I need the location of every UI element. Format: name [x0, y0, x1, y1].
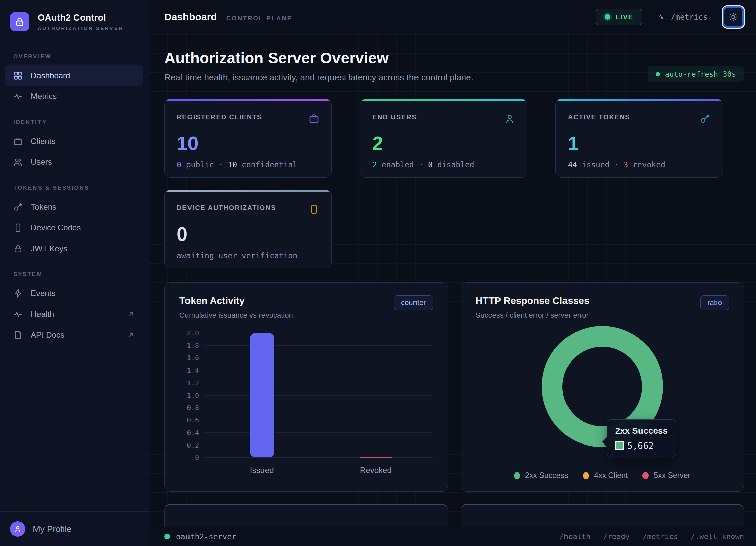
stat-label: DEVICE AUTHORIZATIONS [177, 204, 276, 212]
avatar [10, 521, 25, 537]
profile-item[interactable]: My Profile [0, 511, 148, 546]
file-icon [13, 330, 23, 340]
bar-revoked[interactable] [360, 457, 392, 458]
donut-chart: 2xx Success 5,662 [476, 322, 729, 467]
main-area: Dashboard CONTROL PLANE LIVE /metrics [148, 0, 756, 546]
legend-label: 2xx Success [525, 471, 568, 480]
theme-toggle-button[interactable] [723, 6, 744, 28]
donut-legend: 2xx Success 4xx Client 5xx Server [476, 471, 729, 480]
sidebar-item-tokens[interactable]: Tokens [5, 197, 143, 217]
endpoint-well-known[interactable]: /.well-known [691, 532, 744, 541]
sidebar-item-clients[interactable]: Clients [5, 131, 143, 152]
auto-refresh-badge: auto-refresh 30s [648, 66, 744, 82]
stat-value: 2 [372, 132, 515, 154]
user-icon [504, 113, 515, 124]
device-authorizations-card: DEVICE AUTHORIZATIONS 0 awaiting user ve… [164, 190, 332, 268]
user-icon [14, 525, 22, 533]
stat-value: 10 [177, 132, 319, 154]
zap-icon [13, 289, 23, 298]
stat-value: 1 [568, 132, 710, 154]
auto-refresh-label: auto-refresh 30s [665, 70, 736, 78]
stat-value: 0 [177, 223, 319, 245]
sidebar-item-device-codes[interactable]: Device Codes [5, 217, 143, 238]
brand-logo [10, 12, 29, 31]
partial-card-right [461, 504, 744, 527]
brand-title: OAuth2 Control [37, 13, 124, 23]
metrics-link-label: /metrics [671, 13, 708, 21]
chart-title: HTTP Response Classes [476, 295, 590, 306]
control-plane-label: CONTROL PLANE [226, 15, 292, 22]
legend-dot-icon [642, 472, 649, 479]
sidebar-item-label: Metrics [31, 92, 57, 101]
endpoint-ready[interactable]: /ready [603, 532, 630, 541]
sidebar-nav: OVERVIEW Dashboard Metrics IDENTITY [0, 43, 148, 511]
charts-grid: Token Activity Cumulative issuance vs re… [164, 282, 744, 492]
stat-label: END USERS [372, 113, 417, 121]
x-label-issued: Issued [205, 466, 319, 475]
sidebar-item-users[interactable]: Users [5, 152, 143, 173]
sidebar-item-label: Tokens [31, 202, 56, 212]
chart-subtitle: Cumulative issuance vs revocation [179, 311, 293, 320]
legend-item-5xx: 5xx Server [642, 471, 690, 480]
sidebar: OAuth2 Control AUTHORIZATION SERVER OVER… [0, 0, 148, 546]
key-icon [13, 202, 23, 212]
activity-icon [657, 13, 666, 21]
nav-section-tokens-sessions: TOKENS & SESSIONS [5, 185, 143, 191]
card-accent-bar [165, 99, 331, 101]
stat-sub: awaiting user verification [177, 251, 319, 260]
server-name: oauth2-server [176, 532, 236, 541]
stat-label: ACTIVE TOKENS [568, 113, 630, 121]
ratio-chip[interactable]: ratio [700, 295, 729, 310]
lock-icon [15, 17, 25, 27]
server-status-dot-icon [164, 534, 170, 539]
refresh-dot-icon [656, 72, 660, 76]
sidebar-item-label: Events [31, 289, 55, 298]
sidebar-item-health[interactable]: Health [5, 304, 143, 325]
external-link-icon [127, 311, 135, 318]
sidebar-item-jwt-keys[interactable]: JWT Keys [5, 238, 143, 259]
briefcase-icon [13, 137, 23, 146]
legend-label: 5xx Server [654, 471, 690, 480]
card-accent-bar [556, 99, 723, 101]
legend-dot-icon [583, 472, 589, 479]
legend-label: 4xx Client [594, 471, 628, 480]
tooltip-value: 5,662 [627, 441, 654, 451]
endpoint-health[interactable]: /health [559, 532, 591, 541]
http-response-classes-card: HTTP Response Classes Success / client e… [461, 282, 744, 492]
dashboard-content: Authorization Server Overview Real-time … [148, 34, 756, 527]
sidebar-item-events[interactable]: Events [5, 283, 143, 304]
card-accent-bar [360, 99, 527, 101]
endpoint-metrics[interactable]: /metrics [642, 532, 678, 541]
stat-sub: 44 issued · 3 revoked [568, 160, 710, 169]
sidebar-item-label: Dashboard [31, 71, 70, 80]
users-icon [13, 157, 23, 167]
sidebar-item-metrics[interactable]: Metrics [5, 86, 143, 107]
end-users-card: END USERS 2 2 enabled · 0 disabled [360, 99, 527, 178]
tooltip-title: 2xx Success [615, 426, 668, 436]
sidebar-item-api-docs[interactable]: API Docs [5, 325, 143, 345]
sidebar-item-dashboard[interactable]: Dashboard [5, 65, 143, 86]
bar-chart: 2.0 1.8 1.6 1.4 1.2 1.0 0.8 0.6 0.4 0.2 … [179, 333, 433, 458]
chart-tooltip: 2xx Success 5,662 [607, 419, 676, 458]
x-label-revoked: Revoked [319, 466, 433, 475]
sun-icon [728, 12, 738, 22]
smartphone-icon [309, 204, 319, 215]
chart-title: Token Activity [179, 295, 293, 306]
page-head: Authorization Server Overview Real-time … [164, 49, 744, 83]
registered-clients-card: REGISTERED CLIENTS 10 0 public · 10 conf… [164, 99, 332, 178]
bar-issued[interactable] [250, 333, 274, 457]
live-label: LIVE [616, 13, 633, 21]
nav-section-system: SYSTEM [5, 271, 143, 278]
counter-chip[interactable]: counter [394, 295, 433, 310]
status-bar: oauth2-server /health /ready /metrics /.… [148, 527, 756, 546]
nav-section-overview: OVERVIEW [5, 53, 143, 60]
smartphone-icon [13, 223, 23, 232]
metrics-link[interactable]: /metrics [657, 13, 708, 21]
plot-area [205, 333, 433, 458]
brand: OAuth2 Control AUTHORIZATION SERVER [0, 0, 148, 43]
key-icon [700, 113, 710, 124]
brand-subtitle: AUTHORIZATION SERVER [37, 25, 124, 31]
sidebar-item-label: JWT Keys [31, 244, 67, 253]
active-tokens-card: ACTIVE TOKENS 1 44 issued · 3 revoked [555, 99, 723, 178]
page-breadcrumb-title: Dashboard [164, 11, 217, 23]
